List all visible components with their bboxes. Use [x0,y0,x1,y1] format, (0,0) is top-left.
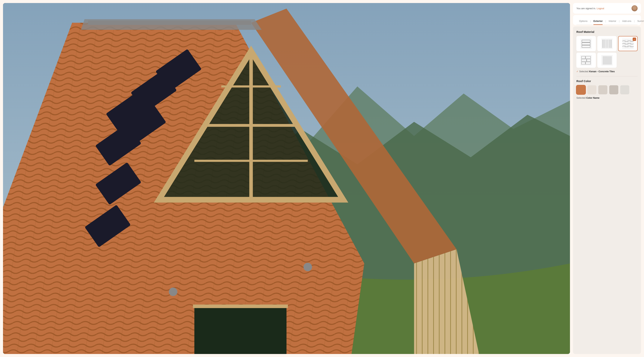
tab-addons[interactable]: Add-ons [620,18,634,25]
material-card-flat[interactable] [576,36,596,51]
tab-options[interactable]: Options [576,18,590,25]
material-selected-text: Selected [579,70,588,73]
material-card-narrow-slats[interactable] [597,53,617,68]
selected-check-badge: ✓ [633,37,636,41]
material-card-tiles[interactable]: ✓ [618,36,638,51]
material-selected-label: ✓ Selected Kenan - Concrete Tiles [576,70,638,73]
house-scene [3,3,570,354]
tab-interior[interactable]: Interior [606,18,619,25]
roof-material-title: Roof Material [576,30,638,33]
svg-rect-25 [194,306,286,354]
avatar [632,5,638,11]
svg-point-27 [169,288,177,296]
material-card-brick[interactable] [576,53,596,68]
svg-rect-26 [193,305,288,308]
tabs-row: Options | Exterior | Interior | Add-ons … [576,18,638,25]
svg-point-28 [304,263,312,271]
color-swatches [576,85,638,94]
logout-link[interactable]: Logout [596,7,604,10]
header-bar: You are signed in. Logout [573,3,641,13]
material-check-icon: ✓ [576,70,578,73]
material-card-vertical-wide[interactable] [597,36,617,51]
color-swatch-2[interactable] [587,85,596,94]
tab-summary[interactable]: Summary [634,18,644,25]
color-swatch-4[interactable] [609,85,618,94]
section-divider [576,76,638,76]
config-panel: You are signed in. Logout Options | Exte… [573,3,641,354]
color-selected-text: Selected [576,97,586,99]
app-layout: You are signed in. Logout Options | Exte… [0,0,644,357]
house-preview-panel [3,3,570,354]
nav-tabs-container: Options | Exterior | Interior | Add-ons … [573,15,641,25]
material-grid: ✓ [576,36,638,68]
svg-marker-31 [81,19,262,30]
svg-rect-54 [601,55,613,65]
config-content: Roof Material [573,26,641,354]
avatar-image [632,5,638,11]
color-selected-label: Selected Color Name [576,97,638,99]
svg-rect-36 [601,38,613,49]
color-swatch-1[interactable] [576,85,586,94]
signed-in-text: You are signed in. Logout [576,7,604,10]
color-swatch-5[interactable] [620,85,629,94]
roof-color-title: Roof Color [576,79,638,83]
material-selected-name: Kenan - Concrete Tiles [589,70,615,73]
tab-exterior[interactable]: Exterior [591,18,605,25]
svg-rect-47 [580,55,592,65]
color-name: Color Name [586,97,600,99]
color-swatch-3[interactable] [598,85,607,94]
